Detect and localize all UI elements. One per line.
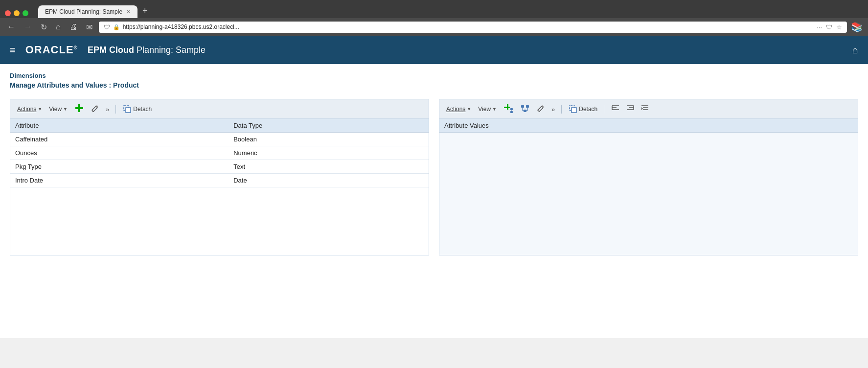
add-icon xyxy=(74,103,84,113)
forward-button[interactable]: → xyxy=(22,22,34,32)
actions-button-left[interactable]: Actions ▼ xyxy=(15,105,44,114)
tables-container: Actions ▼ View ▼ xyxy=(10,99,858,255)
more-button-right[interactable]: » xyxy=(549,104,557,114)
attribute-cell: Caffeinated xyxy=(10,133,228,146)
data-type-cell: Numeric xyxy=(228,146,429,160)
actions-dropdown-arrow-right: ▼ xyxy=(467,107,471,112)
bookmark-shield-icon[interactable]: 🛡 xyxy=(826,23,832,31)
page-title: Manage Attributes and Values : Product xyxy=(10,81,858,89)
address-bar: ← → ↻ ⌂ 🖨 ✉ 🛡 🔒 https://planning-a418326… xyxy=(0,18,868,36)
svg-rect-11 xyxy=(526,105,529,108)
table-header-row: Attribute Data Type xyxy=(10,119,429,133)
svg-rect-4 xyxy=(126,108,131,113)
add-sibling-button[interactable] xyxy=(518,102,532,115)
detach-label-right: Detach xyxy=(579,106,597,113)
browser-tab[interactable]: EPM Cloud Planning: Sample ✕ xyxy=(38,5,137,18)
back-button[interactable]: ← xyxy=(5,22,18,32)
attribute-cell: Intro Date xyxy=(10,174,228,187)
indent-icon xyxy=(641,104,649,112)
detach-button-right[interactable]: Detach xyxy=(566,104,600,114)
table-row[interactable]: Intro DateDate xyxy=(10,174,429,187)
more-options-icon[interactable]: ··· xyxy=(817,23,822,31)
home-icon[interactable]: ⌂ xyxy=(852,45,858,56)
home-button[interactable]: ⌂ xyxy=(53,22,63,32)
detach-icon-left xyxy=(123,105,131,113)
actions-label-left: Actions xyxy=(17,106,36,113)
table-row[interactable]: Pkg TypeText xyxy=(10,160,429,174)
url-bar[interactable]: 🛡 🔒 https://planning-a418326.pbcs.us2.or… xyxy=(99,22,847,33)
library-icon[interactable]: 📚 xyxy=(851,21,863,33)
tab-title: EPM Cloud Planning: Sample xyxy=(45,8,122,15)
view-label-right: View xyxy=(478,106,491,113)
attributes-panel: Actions ▼ View ▼ xyxy=(10,99,429,255)
actions-label-right: Actions xyxy=(446,106,465,113)
separator-right-1 xyxy=(561,105,562,114)
detach-label-left: Detach xyxy=(133,106,152,113)
new-tab-button[interactable]: + xyxy=(137,4,153,18)
app-header: ≡ ORACLE® EPM Cloud Planning: Sample ⌂ xyxy=(0,36,868,64)
attribute-cell: Ounces xyxy=(10,146,228,160)
mail-button[interactable]: ✉ xyxy=(84,22,95,33)
table-row[interactable]: CaffeinatedBoolean xyxy=(10,133,429,146)
view-label-left: View xyxy=(49,106,62,113)
data-type-cell: Boolean xyxy=(228,133,429,146)
add-child-icon xyxy=(503,103,513,113)
view-button-right[interactable]: View ▼ xyxy=(476,105,499,114)
attribute-values-header: Attribute Values xyxy=(439,119,858,133)
attribute-column-header: Attribute xyxy=(10,119,228,133)
add-button-left[interactable] xyxy=(72,102,86,115)
shield-icon: 🛡 xyxy=(104,23,110,31)
minimize-button[interactable] xyxy=(14,10,20,16)
attribute-values-label: Attribute Values xyxy=(444,122,489,129)
detach-icon-right xyxy=(569,105,577,113)
attribute-values-body xyxy=(439,133,858,255)
traffic-lights xyxy=(5,10,28,16)
svg-rect-1 xyxy=(75,107,83,109)
add-sibling-icon xyxy=(520,103,530,113)
align-left-button[interactable] xyxy=(610,103,621,115)
svg-rect-6 xyxy=(504,107,510,108)
table-row[interactable]: OuncesNumeric xyxy=(10,146,429,160)
oracle-logo: ORACLE® xyxy=(25,44,78,56)
print-button[interactable]: 🖨 xyxy=(67,22,80,32)
attribute-cell: Pkg Type xyxy=(10,160,228,174)
edit-icon xyxy=(91,104,99,112)
app-title-rest: Planning: Sample xyxy=(134,45,206,55)
indent-button[interactable] xyxy=(639,103,651,115)
align-left-icon xyxy=(612,104,619,112)
edit-button-right[interactable] xyxy=(535,103,547,115)
app-title-bold: EPM Cloud xyxy=(88,45,134,55)
maximize-button[interactable] xyxy=(23,10,28,16)
svg-rect-18 xyxy=(571,108,576,113)
align-right-icon xyxy=(626,104,634,112)
url-text: https://planning-a418326.pbcs.us2.oracle… xyxy=(123,23,814,30)
view-button-left[interactable]: View ▼ xyxy=(47,105,69,114)
close-button[interactable] xyxy=(5,10,11,16)
breadcrumb: Dimensions xyxy=(10,72,858,79)
view-dropdown-arrow-right: ▼ xyxy=(492,107,497,112)
right-toolbar: Actions ▼ View ▼ xyxy=(439,99,858,119)
star-icon[interactable]: ☆ xyxy=(836,23,842,31)
separator-right-2 xyxy=(605,105,605,114)
edit-icon-right xyxy=(537,104,545,112)
hamburger-menu-icon[interactable]: ≡ xyxy=(10,45,16,56)
edit-button-left[interactable] xyxy=(89,103,101,115)
more-button-left[interactable]: » xyxy=(104,104,111,114)
attributes-table: Attribute Data Type CaffeinatedBooleanOu… xyxy=(10,119,429,187)
main-content: Dimensions Manage Attributes and Values … xyxy=(0,64,868,338)
attribute-values-panel: Actions ▼ View ▼ xyxy=(439,99,858,255)
chevron-right-icon: » xyxy=(106,106,109,113)
add-child-button[interactable] xyxy=(502,102,515,115)
data-type-cell: Text xyxy=(228,160,429,174)
reload-button[interactable]: ↻ xyxy=(38,22,49,33)
separator-left-1 xyxy=(115,105,116,114)
data-type-column-header: Data Type xyxy=(228,119,429,133)
detach-button-left[interactable]: Detach xyxy=(120,104,155,114)
left-toolbar: Actions ▼ View ▼ xyxy=(10,99,429,119)
data-type-cell: Date xyxy=(228,174,429,187)
tab-close-icon[interactable]: ✕ xyxy=(126,9,131,15)
svg-rect-7 xyxy=(510,108,513,110)
align-right-button[interactable] xyxy=(624,103,636,115)
actions-button-right[interactable]: Actions ▼ xyxy=(444,105,473,114)
lock-icon: 🔒 xyxy=(113,24,120,30)
